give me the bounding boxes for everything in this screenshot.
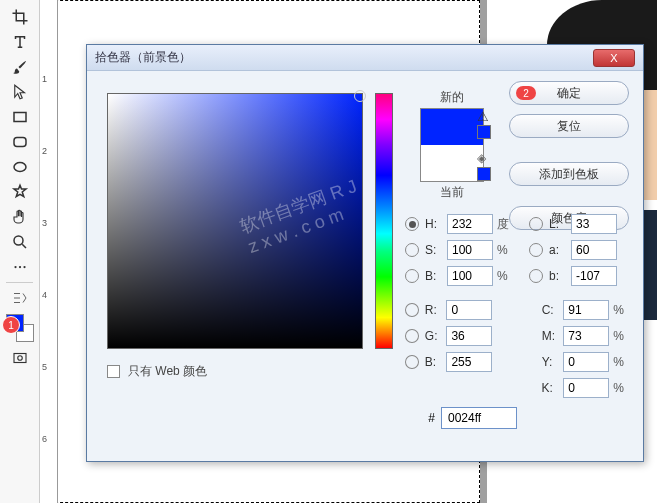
add-swatch-button[interactable]: 添加到色板 [509,162,629,186]
brush-tool[interactable] [4,55,36,79]
more-tools[interactable] [4,255,36,279]
radio-l[interactable] [529,217,543,231]
radio-r[interactable] [405,303,419,317]
radio-b[interactable] [529,269,543,283]
color-field[interactable] [107,93,363,349]
path-select-tool[interactable] [4,80,36,104]
input-r[interactable] [446,300,492,320]
new-label: 新的 [407,89,497,106]
input-y[interactable] [563,352,609,372]
radio-s[interactable] [405,243,419,257]
svg-point-6 [23,266,25,268]
svg-point-3 [14,236,23,245]
radio-bv[interactable] [405,269,419,283]
color-picker-dialog: 拾色器（前景色） X 软件自学网 R J z x w . c o m 新的 当前… [86,44,644,462]
close-button[interactable]: X [593,49,635,67]
svg-point-5 [19,266,21,268]
hand-tool[interactable] [4,205,36,229]
radio-a[interactable] [529,243,543,257]
rounded-rect-tool[interactable] [4,130,36,154]
edit-toolbar[interactable] [4,286,36,310]
input-bch[interactable] [446,352,492,372]
websafe-icon[interactable]: ◈ [477,151,486,165]
input-m[interactable] [563,326,609,346]
ellipse-tool[interactable] [4,155,36,179]
ok-label: 确定 [557,85,581,102]
current-color-swatch[interactable] [421,145,483,181]
radio-g[interactable] [405,329,419,343]
hue-slider[interactable] [375,93,393,349]
input-s[interactable] [447,240,493,260]
gamut-swatch[interactable] [477,125,491,139]
svg-rect-1 [14,138,26,147]
current-label: 当前 [407,184,497,201]
reset-button[interactable]: 复位 [509,114,629,138]
svg-point-4 [14,266,16,268]
tool-palette [0,0,40,503]
web-only-label: 只有 Web 颜色 [128,363,207,380]
gamut-warning-icon[interactable]: ⚠ [477,109,489,124]
svg-point-2 [14,163,26,172]
input-b[interactable] [571,266,617,286]
crop-tool[interactable] [4,5,36,29]
dialog-title: 拾色器（前景色） [95,49,191,66]
input-bv[interactable] [447,266,493,286]
type-tool[interactable] [4,30,36,54]
input-k[interactable] [563,378,609,398]
input-h[interactable] [447,214,493,234]
input-g[interactable] [446,326,492,346]
svg-rect-7 [14,354,26,363]
annotation-badge-1: 1 [2,316,20,334]
custom-shape-tool[interactable] [4,180,36,204]
svg-point-8 [18,356,23,361]
ok-button[interactable]: 2 确定 [509,81,629,105]
dialog-titlebar[interactable]: 拾色器（前景色） X [87,45,643,71]
websafe-swatch[interactable] [477,167,491,181]
new-color-swatch [421,109,483,145]
input-a[interactable] [571,240,617,260]
hex-label: # [425,411,441,425]
input-hex[interactable] [441,407,517,429]
input-c[interactable] [563,300,609,320]
radio-h[interactable] [405,217,419,231]
input-l[interactable] [571,214,617,234]
color-preview: 新的 当前 [407,89,497,201]
svg-rect-0 [14,113,26,122]
web-only-checkbox[interactable] [107,365,120,378]
quick-mask-tool[interactable] [4,346,36,370]
zoom-tool[interactable] [4,230,36,254]
ruler-vertical: 1 2 3 4 5 6 [40,0,58,503]
annotation-badge-2: 2 [516,86,536,100]
rectangle-tool[interactable] [4,105,36,129]
radio-bch[interactable] [405,355,419,369]
close-icon: X [610,52,617,64]
